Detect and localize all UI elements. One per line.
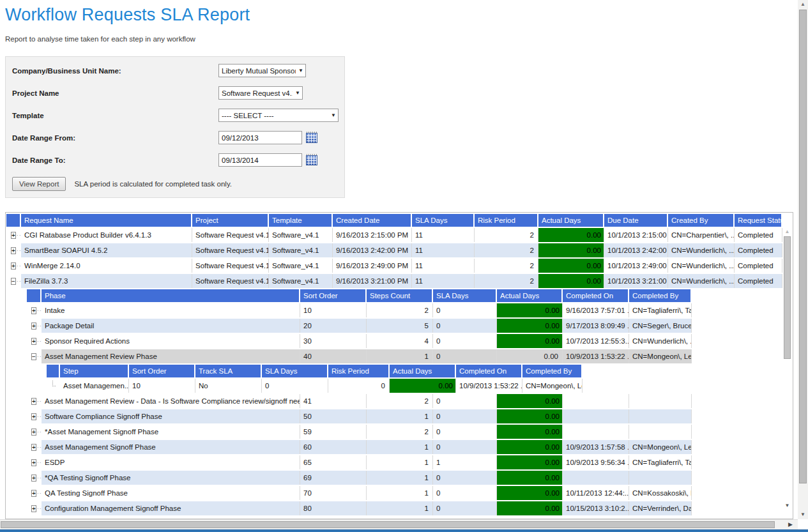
sla-days-cell: 11 [412, 259, 475, 273]
filter-row-date-from: Date Range From: [6, 126, 344, 149]
filter-row-date-to: Date Range To: [6, 149, 344, 171]
collapse-toggle-icon[interactable]: − [11, 278, 16, 285]
request-status-cell: Completed [735, 259, 782, 273]
view-report-button[interactable]: View Report [12, 177, 66, 191]
track-sla-cell: No [195, 379, 262, 393]
row-expander-cell: +···· [27, 471, 42, 485]
chevron-down-icon: ▼ [295, 90, 300, 96]
tree-dots: ···· [37, 471, 42, 485]
created-by-cell: CN=Wunderlich\, ... [668, 274, 735, 288]
steps-count-cell: 1 [367, 486, 433, 500]
tree-dots: ···· [37, 394, 42, 408]
step-name-cell: Asset Managemen... [60, 379, 129, 393]
expand-toggle-icon[interactable]: + [31, 459, 36, 466]
expander-column-header [27, 289, 42, 302]
template-cell: Software_v4.1 [269, 228, 333, 242]
page-vertical-scrollbar[interactable]: ▲ ▼ [798, 0, 808, 519]
phase-name-cell: *Asset Management Signoff Phase [42, 425, 300, 439]
request-row: +····SmartBear SOAPUI 4.5.2Software Requ… [6, 243, 793, 257]
phase-row: +····Configuration Management Signoff Ph… [27, 501, 793, 515]
scroll-up-icon[interactable]: ▲ [798, 1, 808, 7]
col-header-due-date: Due Date [604, 214, 668, 227]
expand-toggle-icon[interactable]: + [31, 505, 36, 512]
collapse-toggle-icon[interactable]: − [31, 353, 36, 360]
sort-order-cell: 41 [300, 394, 367, 408]
page-vscroll-thumb[interactable] [799, 10, 807, 483]
expand-toggle-icon[interactable]: + [31, 307, 36, 314]
completed-by-cell: CN=Wunderlich\, ... [629, 334, 692, 348]
risk-period-cell: 2 [475, 228, 538, 242]
expand-toggle-icon[interactable]: + [31, 444, 36, 451]
report-vertical-scrollbar[interactable]: ▲ ▼ [782, 227, 792, 519]
completed-on-cell: 10/9/2013 1:53:22 ... [563, 349, 629, 363]
project-select[interactable]: Software Request v4.1 ▼ [218, 86, 303, 100]
expand-toggle-icon[interactable]: + [11, 247, 16, 254]
report-area: Request Name Project Template Created Da… [5, 212, 793, 519]
scroll-up-icon[interactable]: ▲ [782, 229, 792, 234]
request-row: −····FileZilla 3.7.3Software Request v4.… [6, 274, 793, 288]
sort-order-cell: 50 [300, 409, 367, 423]
sla-days-cell: 0 [433, 425, 497, 439]
project-cell: Software Request v4.1 [192, 243, 269, 257]
completed-on-cell [563, 409, 629, 423]
sort-order-cell: 30 [300, 334, 367, 348]
col-header-sla-days: SLA Days [433, 289, 497, 302]
expand-toggle-icon[interactable]: + [31, 323, 36, 330]
date-from-input[interactable] [218, 131, 302, 144]
created-date-cell: 9/16/2013 2:49:00 PM [333, 259, 412, 273]
expand-toggle-icon[interactable]: + [31, 398, 36, 405]
completed-on-cell: 10/11/2013 12:44:... [563, 486, 629, 500]
hscroll-thumb[interactable] [1, 521, 775, 528]
phase-name-cell: Package Detail [42, 319, 300, 333]
steps-count-cell: 1 [367, 501, 433, 515]
expand-toggle-icon[interactable]: + [11, 232, 16, 239]
report-vscroll-thumb[interactable] [784, 236, 791, 359]
page-horizontal-scrollbar[interactable]: ▶ [0, 519, 798, 529]
request-table: Request Name Project Template Created Da… [6, 214, 793, 288]
filter-panel: Company/Business Unit Name: Liberty Mutu… [5, 56, 345, 198]
date-to-input[interactable] [218, 153, 302, 167]
sort-order-cell: 20 [300, 319, 367, 333]
due-date-cell: 10/1/2013 2:42:00 ... [604, 243, 668, 257]
sla-days-cell: 0 [262, 379, 328, 393]
sort-order-cell: 65 [300, 455, 367, 469]
tree-dots: ···· [37, 425, 42, 439]
completed-by-cell: CN=Tagliaferri\, Ta... [629, 455, 692, 469]
calendar-icon[interactable] [306, 155, 317, 165]
actual-days-cell: 0.00 [497, 455, 563, 469]
created-by-cell: CN=Charpentier\, ... [668, 228, 735, 242]
template-select[interactable]: ---- SELECT ---- ▼ [218, 109, 339, 122]
actual-days-cell: 0.00 [497, 486, 563, 500]
page: Workflow Requests SLA Report Report to a… [0, 0, 808, 532]
scroll-down-icon[interactable]: ▼ [798, 512, 808, 517]
steps-count-cell: 2 [367, 425, 433, 439]
phase-name-cell: Sponsor Required Actions [42, 334, 300, 348]
col-header-actual-days: Actual Days [390, 365, 456, 377]
phase-row: +····Asset Management Review - Data - Is… [27, 394, 793, 408]
calendar-icon[interactable] [306, 133, 317, 143]
project-cell: Software Request v4.1 [192, 274, 269, 288]
sort-order-cell: 80 [300, 501, 367, 515]
scroll-right-icon[interactable]: ▶ [788, 521, 793, 528]
request-row: +····CGI Ratabase Product Builder v6.4.1… [6, 228, 793, 242]
actual-days-cell: 0.00 [538, 228, 604, 242]
tree-dots: ···· [37, 486, 42, 500]
scroll-down-icon[interactable]: ▼ [782, 503, 792, 508]
expand-toggle-icon[interactable]: + [31, 429, 36, 436]
actual-days-cell: 0.00 [497, 440, 563, 454]
project-cell: Software Request v4.1 [192, 228, 269, 242]
created-date-cell: 9/16/2013 2:42:00 PM [333, 243, 412, 257]
request-table-header: Request Name Project Template Created Da… [6, 214, 793, 227]
actual-days-cell: 0.00 [497, 394, 563, 408]
phase-table-rows-continued: +····Asset Management Review - Data - Is… [27, 394, 793, 515]
row-expander-cell: +···· [27, 319, 42, 333]
expand-toggle-icon[interactable]: + [11, 262, 16, 270]
expand-toggle-icon[interactable]: + [31, 413, 36, 420]
step-row: Asset Managemen...10No000.0010/9/2013 1:… [47, 379, 793, 393]
expand-toggle-icon[interactable]: + [31, 338, 36, 345]
steps-count-cell: 1 [367, 440, 433, 454]
expand-toggle-icon[interactable]: + [31, 490, 36, 497]
company-select[interactable]: Liberty Mutual Sponsor ▼ [218, 64, 306, 77]
tree-dots: ···· [37, 455, 42, 469]
expand-toggle-icon[interactable]: + [31, 475, 36, 482]
